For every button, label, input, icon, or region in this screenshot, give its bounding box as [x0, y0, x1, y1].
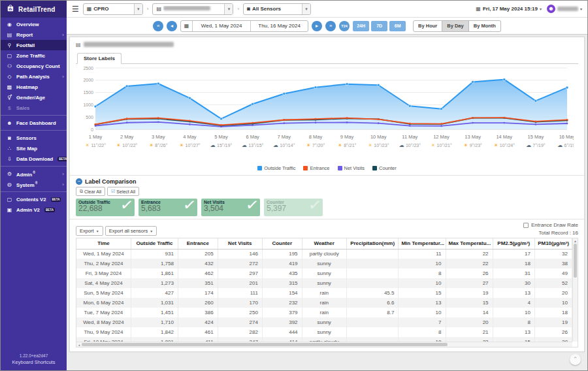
hamburger-menu-icon[interactable]: ☰ — [72, 5, 79, 14]
beta-badge: BETA — [51, 197, 61, 202]
sidebar-item-report[interactable]: ▤Report› — [1, 29, 67, 40]
keyboard-shortcuts-link[interactable]: Keyboard Shortcuts — [1, 359, 67, 365]
end-date-field[interactable]: Thu, 16 May 2024 — [250, 21, 308, 31]
column-header-max-temperatu[interactable]: Max Temperatu... — [446, 238, 493, 249]
sidebar-item-label: Sales — [16, 105, 29, 111]
table-row[interactable]: Fri, 3 May 20241,861462297435sunny826314… — [76, 268, 572, 278]
horizontal-scrollbar[interactable]: ◂ — [76, 342, 572, 347]
sidebar-item-sensors[interactable]: ◙Sensors — [1, 133, 67, 143]
range-button-7d[interactable]: 7D — [371, 21, 387, 31]
sidebar-item-admin-v2[interactable]: ▣Admin V2BETA — [1, 204, 67, 215]
site-select[interactable]: ▤ ▾ — [152, 3, 233, 15]
current-datetime-dropdown[interactable]: ▦ Fri, 17 May 2024 15:19 ▾ — [476, 6, 542, 12]
sidebar-item-label: Footfall — [16, 42, 35, 48]
svg-text:7 May: 7 May — [278, 134, 291, 140]
sidebar-item-occupancy-count[interactable]: ⚇Occupancy Count — [1, 61, 67, 71]
sidebar-item-data-download[interactable]: ⇩Data DownloadBETA — [1, 153, 67, 164]
granularity-button-by-month[interactable]: By Month — [469, 20, 501, 32]
export-all-sensors-button[interactable]: Export all sensors▼ — [105, 226, 157, 236]
svg-text:6 May: 6 May — [246, 134, 259, 140]
calendar-icon[interactable]: ▦ — [181, 21, 193, 31]
horizontal-scroll-thumb[interactable] — [82, 343, 448, 346]
vertical-scroll-thumb[interactable] — [574, 244, 577, 278]
sidebar-divider — [1, 166, 67, 167]
label-card-entrance[interactable]: Entrance5,683✓ — [139, 199, 197, 216]
granularity-buttons: By HourBy DayBy Month — [413, 20, 501, 32]
svg-text:12 May: 12 May — [433, 134, 449, 140]
skip-back-button[interactable]: « — [153, 21, 163, 31]
table-row[interactable]: Tue, 7 May 20241,451386250379rain8.71014… — [76, 308, 572, 317]
face-dashboard-icon: ☻ — [6, 120, 13, 126]
table-cell: rain — [302, 288, 346, 298]
sidebar-item-gender-age[interactable]: ⚥Gender/Age — [1, 92, 67, 103]
sidebar-divider — [1, 130, 67, 131]
overview-icon: ◉ — [6, 22, 13, 27]
table-cell: 30 — [493, 278, 534, 288]
sidebar-item-label: System® — [16, 181, 37, 188]
table-row[interactable]: Sun, 5 May 2024427174111154rain45.515191… — [76, 288, 572, 298]
entrance-draw-rate-checkbox[interactable] — [523, 223, 529, 228]
column-header-weather[interactable]: Weather — [302, 238, 346, 249]
granularity-button-by-day[interactable]: By Day — [442, 20, 468, 32]
table-row[interactable]: Wed, 1 May 2024931205146195partly cloudy… — [76, 249, 572, 259]
column-header-entrance[interactable]: Entrance — [178, 238, 218, 249]
tab-store-labels[interactable]: Store Labels — [77, 53, 122, 64]
label-card-counter[interactable]: Counter5,397✓ — [264, 199, 323, 216]
sidebar-item-contents-v2[interactable]: ▢Contents V2BETA — [1, 194, 67, 204]
sidebar-item-path-analysis[interactable]: ◇Path Analysis› — [1, 71, 67, 82]
range-button-24h[interactable]: 24H — [353, 21, 369, 31]
sidebar-item-system[interactable]: ◍System®› — [1, 179, 67, 189]
t24-toggle[interactable]: T24 — [339, 21, 350, 31]
range-button-6m[interactable]: 6M — [389, 21, 406, 31]
topbar: ☰ ▦ CPRO ▾ › ▤ ▾ › ◙ All Sensors ▾ ▦ — [67, 1, 587, 18]
table-row[interactable]: Thu, 9 May 20241,842461282444sunny821132… — [76, 327, 572, 337]
table-cell: sunny — [302, 259, 346, 268]
sidebar-item-heatmap[interactable]: ▩Heatmap — [1, 82, 67, 92]
sidebar-item-footfall[interactable]: ⚲Footfall — [1, 40, 67, 50]
skip-forward-button[interactable]: » — [325, 21, 336, 31]
sidebar-item-admin[interactable]: ⚙Admin®› — [1, 169, 67, 179]
svg-text:13 May: 13 May — [465, 134, 481, 140]
column-header-pm2-5-g-m[interactable]: PM2.5(µg/m³) — [493, 238, 534, 249]
scroll-up-icon[interactable]: ▲ — [573, 238, 578, 244]
scroll-to-top-button[interactable]: ⌃ — [570, 354, 581, 365]
label-comparison-header: − Label Comparison — [76, 178, 578, 185]
column-header-min-temperatur[interactable]: Min Temperatur... — [399, 238, 446, 249]
user-menu[interactable]: ☻ ▾ — [547, 5, 582, 13]
table-cell: rain — [302, 308, 346, 317]
column-header-pm10-g-m[interactable]: PM10(µg/m³) — [535, 238, 572, 249]
select-all-button[interactable]: ☑ Select All — [107, 187, 139, 196]
next-button[interactable]: ▸ — [312, 21, 322, 31]
sidebar-item-overview[interactable]: ◉Overview — [1, 19, 67, 29]
start-date-field[interactable]: Wed, 1 May 2024 — [193, 21, 250, 31]
table-row[interactable]: Wed, 8 May 20241,710424274392sunny720819 — [76, 317, 572, 327]
sidebar-item-sales[interactable]: $Sales — [1, 103, 67, 113]
site-title-redacted — [84, 42, 174, 47]
column-header-precipitation-mm[interactable]: Precipitation(mm) — [346, 238, 399, 249]
table-row[interactable]: Sat, 4 May 20241,273351201315sunny102730… — [76, 278, 572, 288]
brand-logo[interactable]: RetailTrend — [1, 1, 67, 18]
sidebar-item-site-map[interactable]: ∴Site Map — [1, 143, 67, 153]
sidebar-item-zone-traffic[interactable]: ▢Zone Traffic — [1, 50, 67, 61]
vertical-scrollbar[interactable]: ▲ — [572, 238, 578, 342]
column-header-net-visits[interactable]: Net Visits — [218, 238, 262, 249]
footfall-chart[interactable]: 050010001500200025001 May☀ 11°/22°2 May☀… — [76, 64, 574, 161]
sidebar-item-face-dashboard[interactable]: ☻Face Dashboard — [1, 118, 67, 128]
column-header-outside-traffic[interactable]: Outside Traffic — [131, 238, 178, 249]
table-row[interactable]: Thu, 2 May 20241,758432272419sunny102218… — [76, 259, 572, 268]
label-card-net-visits[interactable]: Net Visits3,504✓ — [201, 199, 260, 216]
org-select[interactable]: ▦ CPRO ▾ — [83, 3, 143, 15]
export-button[interactable]: Export▼ — [76, 226, 103, 236]
label-card-outside-traffic[interactable]: Outside Traffic22,688✓ — [76, 199, 135, 216]
granularity-button-by-hour[interactable]: By Hour — [413, 20, 442, 32]
sensors-select[interactable]: ◙ All Sensors ▾ — [243, 3, 311, 15]
sidebar-nav: ◉Overview▤Report›⚲Footfall▢Zone Traffic⚇… — [1, 18, 67, 349]
table-cell: 11 — [399, 249, 446, 259]
prev-button[interactable]: ◂ — [167, 21, 177, 31]
scroll-left-icon[interactable]: ◂ — [76, 342, 82, 347]
column-header-counter[interactable]: Counter — [262, 238, 302, 249]
clear-all-button[interactable]: ⧉ Clear All — [76, 187, 105, 196]
table-row[interactable]: Mon, 6 May 20241,031260170232rain6.61315… — [76, 298, 572, 308]
column-header-time[interactable]: Time — [76, 238, 131, 249]
collapse-icon[interactable]: − — [76, 178, 82, 185]
